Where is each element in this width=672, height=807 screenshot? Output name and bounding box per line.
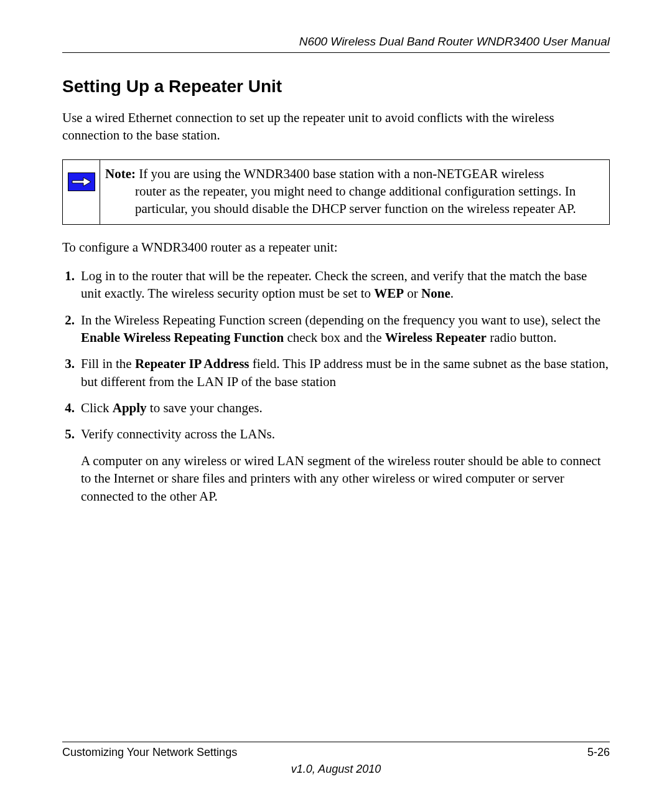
note-text: Note: If you are using the WNDR3400 base… [100, 160, 609, 224]
step-body: Verify connectivity across the LANs. A c… [81, 425, 610, 504]
doc-title: N600 Wireless Dual Band Router WNDR3400 … [299, 35, 610, 48]
step-number: 2. [62, 311, 81, 347]
page-header: N600 Wireless Dual Band Router WNDR3400 … [62, 35, 610, 53]
step-number: 5. [62, 425, 81, 504]
steps-list: 1. Log in to the router that will be the… [62, 267, 610, 514]
step-body: In the Wireless Repeating Function scree… [81, 311, 610, 347]
section-intro: Use a wired Ethernet connection to set u… [62, 109, 610, 144]
step-body: Fill in the Repeater IP Address field. T… [81, 355, 610, 390]
lead-text: To configure a WNDR3400 router as a repe… [62, 238, 610, 256]
arrow-right-icon [68, 172, 95, 191]
step-number: 3. [62, 355, 81, 390]
note-box: Note: If you are using the WNDR3400 base… [62, 159, 610, 225]
list-item: 2. In the Wireless Repeating Function sc… [62, 311, 610, 347]
footer-version: v1.0, August 2010 [62, 763, 610, 776]
note-continuation: router as the repeater, you might need t… [105, 182, 600, 218]
list-item: 3. Fill in the Repeater IP Address field… [62, 355, 610, 390]
step-body: Log in to the router that will be the re… [81, 267, 610, 303]
step-number: 1. [62, 267, 81, 303]
note-label: Note: [105, 166, 136, 181]
step-body: Click Apply to save your changes. [81, 399, 610, 417]
footer-section: Customizing Your Network Settings [62, 746, 237, 759]
list-item: 5. Verify connectivity across the LANs. … [62, 425, 610, 504]
note-icon-cell [63, 160, 100, 224]
page-footer: Customizing Your Network Settings 5-26 v… [62, 738, 610, 776]
step-subtext: A computer on any wireless or wired LAN … [81, 452, 610, 505]
step-number: 4. [62, 399, 81, 417]
footer-page-number: 5-26 [587, 746, 610, 759]
section-title: Setting Up a Repeater Unit [62, 77, 610, 97]
list-item: 1. Log in to the router that will be the… [62, 267, 610, 303]
list-item: 4. Click Apply to save your changes. [62, 399, 610, 417]
note-line1: If you are using the WNDR3400 base stati… [136, 166, 544, 181]
